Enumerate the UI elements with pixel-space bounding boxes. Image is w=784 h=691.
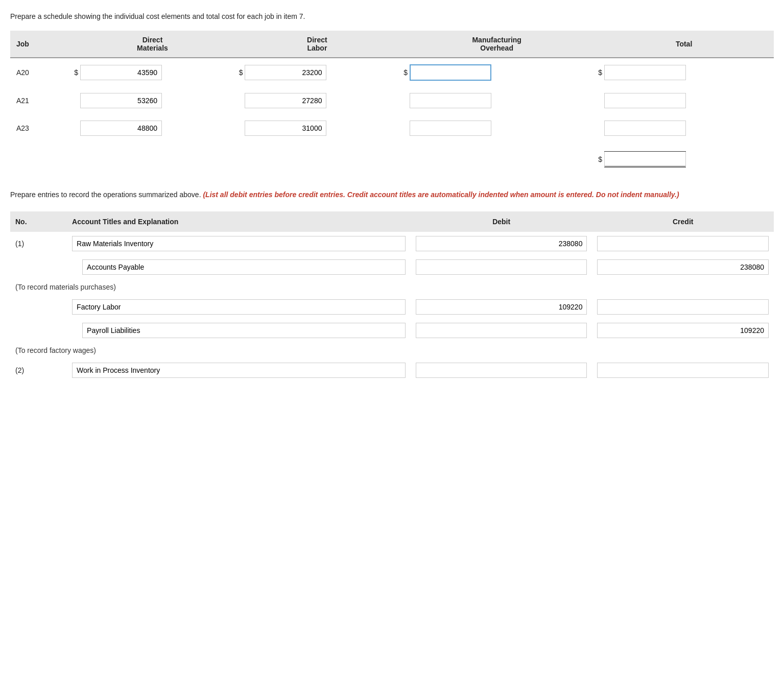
journal-header-no: No. [10,211,67,232]
debit-raw-materials [411,232,592,255]
schedule-header-job: Job [10,31,70,58]
account-input-factory-labor[interactable] [72,299,406,315]
journal-note-row-1: (To record materials purchases) [10,279,774,295]
intro-text: Prepare a schedule showing the individua… [10,12,774,20]
job-label-a21: A21 [10,87,70,114]
account-payroll-liabilities [67,319,411,342]
account-input-payroll-liabilities[interactable] [82,323,406,338]
schedule-grand-total-row: $ [10,142,774,174]
dl-input-a23[interactable] [245,121,326,136]
dollar-mfg-a20: $ [403,68,408,77]
job-label-a23: A23 [10,114,70,142]
grand-total-cell: $ [594,142,774,174]
credit-wip [592,359,774,382]
dl-cell-a20: $ [235,58,399,87]
debit-input-factory-labor[interactable] [416,299,587,315]
credit-payroll-liabilities [592,319,774,342]
debit-input-payroll-liabilities[interactable] [416,323,587,338]
instruction-part1: Prepare entries to record the operations… [10,190,201,199]
schedule-header-manufacturing-overhead: Manufacturing Overhead [399,31,594,58]
account-accounts-payable [67,255,411,279]
entry-no-blank-1 [10,255,67,279]
grand-total-input[interactable] [604,152,686,168]
account-factory-labor [67,295,411,319]
debit-input-raw-materials[interactable] [416,236,587,251]
mfg-cell-a21: $ [399,87,594,114]
journal-note-row-2: (To record factory wages) [10,342,774,359]
credit-input-payroll-liabilities[interactable] [597,323,769,338]
dollar-dm-a20: $ [74,68,78,77]
credit-input-accounts-payable[interactable] [597,259,769,275]
schedule-header-direct-materials: Direct Materials [70,31,234,58]
dl-cell-a23: $ [235,114,399,142]
credit-input-raw-materials[interactable] [597,236,769,251]
dm-input-a23[interactable] [80,121,162,136]
schedule-header-total: Total [594,31,774,58]
schedule-header-direct-labor: Direct Labor [235,31,399,58]
schedule-row-a23: A23 $ $ $ $ [10,114,774,142]
account-input-accounts-payable[interactable] [82,259,406,275]
credit-accounts-payable [592,255,774,279]
schedule-table: Job Direct Materials Direct Labor Manufa… [10,31,774,174]
credit-raw-materials [592,232,774,255]
total-input-a20[interactable] [604,65,686,80]
dm-cell-a21: $ [70,87,234,114]
journal-row-factory-labor [10,295,774,319]
total-cell-a21: $ [594,87,774,114]
mfg-input-a21[interactable] [410,93,491,108]
total-input-a21[interactable] [604,93,686,108]
debit-wip [411,359,592,382]
journal-header-debit: Debit [411,211,592,232]
dl-input-a20[interactable] [245,65,326,80]
entry-no-1: (1) [10,232,67,255]
journal-table: No. Account Titles and Explanation Debit… [10,211,774,382]
mfg-input-a23[interactable] [410,121,491,136]
job-label-a20: A20 [10,58,70,87]
debit-payroll-liabilities [411,319,592,342]
mfg-cell-a23: $ [399,114,594,142]
dm-cell-a23: $ [70,114,234,142]
dollar-dl-a20: $ [239,68,243,77]
schedule-row-a20: A20 $ $ $ $ [10,58,774,87]
instruction-block: Prepare entries to record the operations… [10,189,774,201]
credit-input-factory-labor[interactable] [597,299,769,315]
account-input-wip[interactable] [72,363,406,378]
account-input-raw-materials[interactable] [72,236,406,251]
journal-header-account: Account Titles and Explanation [67,211,411,232]
instruction-part2: (List all debit entries before credit en… [203,190,679,199]
total-input-a23[interactable] [604,121,686,136]
debit-input-wip[interactable] [416,363,587,378]
debit-input-accounts-payable[interactable] [416,259,587,275]
journal-header-credit: Credit [592,211,774,232]
debit-factory-labor [411,295,592,319]
dollar-grand-total: $ [598,155,602,163]
schedule-row-a21: A21 $ $ $ $ [10,87,774,114]
entry-no-2: (2) [10,359,67,382]
journal-row-payroll-liabilities [10,319,774,342]
credit-input-wip[interactable] [597,363,769,378]
entry-no-blank-2 [10,295,67,319]
dm-input-a20[interactable] [80,65,162,80]
dl-input-a21[interactable] [245,93,326,108]
dollar-total-a20: $ [598,68,602,77]
total-cell-a20: $ [594,58,774,87]
account-raw-materials [67,232,411,255]
dl-cell-a21: $ [235,87,399,114]
journal-row-wip: (2) [10,359,774,382]
total-cell-a23: $ [594,114,774,142]
journal-row-accounts-payable [10,255,774,279]
journal-row-raw-materials: (1) [10,232,774,255]
entry-no-blank-3 [10,319,67,342]
journal-note-2: (To record factory wages) [10,342,774,359]
dm-cell-a20: $ [70,58,234,87]
mfg-cell-a20: $ [399,58,594,87]
journal-note-1: (To record materials purchases) [10,279,774,295]
credit-factory-labor [592,295,774,319]
dm-input-a21[interactable] [80,93,162,108]
mfg-input-a20[interactable] [410,64,491,81]
account-wip [67,359,411,382]
debit-accounts-payable [411,255,592,279]
